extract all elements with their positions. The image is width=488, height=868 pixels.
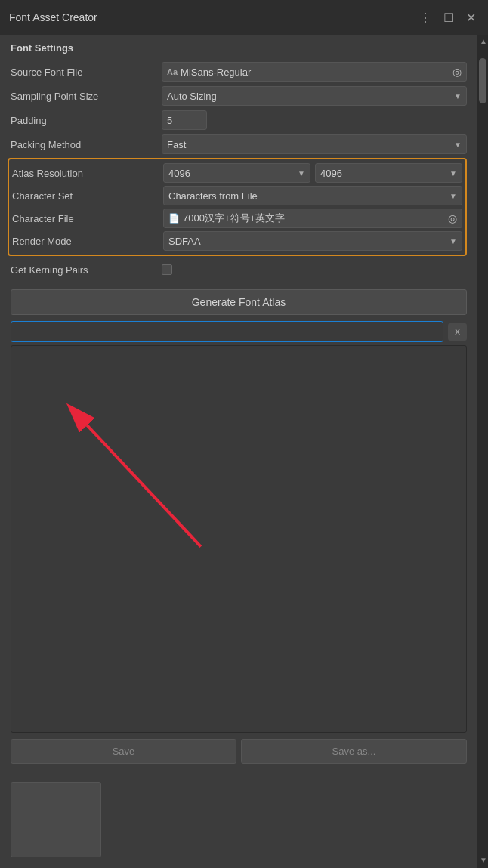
arrow-annotation — [11, 346, 466, 732]
character-set-dropdown[interactable]: Characters from File ▼ — [163, 186, 462, 205]
render-mode-value: SDFAA — [168, 236, 449, 247]
render-mode-control: SDFAA ▼ — [163, 231, 462, 251]
save-row: Save Save as... — [11, 739, 467, 764]
settings-panel: Font Settings Source Font File Aa MiSans… — [0, 35, 477, 777]
atlas-width-value: 4096 — [168, 168, 298, 179]
atlas-resolution-row: Atlas Resolution 4096 ▼ 4096 ▼ — [12, 162, 462, 184]
get-kerning-pairs-row: Get Kerning Pairs — [11, 259, 467, 280]
get-kerning-pairs-checkbox[interactable] — [162, 264, 172, 275]
source-font-file-control: Aa MiSans-Regular ◎ — [162, 62, 467, 82]
render-mode-arrow: ▼ — [449, 237, 457, 246]
search-clear-button[interactable]: X — [448, 323, 467, 341]
character-file-label: Character File — [12, 213, 163, 224]
atlas-height-dropdown[interactable]: 4096 ▼ — [315, 163, 462, 183]
source-font-file-value: MiSans-Regular — [181, 66, 452, 78]
window-title: Font Asset Creator — [9, 11, 416, 23]
sampling-point-size-label: Sampling Point Size — [11, 91, 162, 102]
get-kerning-pairs-label: Get Kerning Pairs — [11, 264, 162, 276]
atlas-resolution-label: Atlas Resolution — [12, 168, 163, 179]
atlas-width-arrow: ▼ — [298, 169, 305, 178]
scroll-up-arrow[interactable]: ▲ — [477, 35, 488, 48]
main-layout: Font Settings Source Font File Aa MiSans… — [0, 35, 488, 868]
maximize-icon[interactable]: ☐ — [440, 9, 457, 26]
source-font-target-icon[interactable]: ◎ — [452, 66, 462, 78]
sampling-point-size-control: Auto Sizing ▼ — [162, 86, 467, 106]
atlas-width-dropdown[interactable]: 4096 ▼ — [163, 163, 310, 183]
scrollbar-thumb[interactable] — [479, 58, 486, 103]
atlas-resolution-control: 4096 ▼ 4096 ▼ — [163, 163, 462, 183]
title-bar: Font Asset Creator ⋮ ☐ ✕ — [0, 0, 488, 35]
font-settings-title: Font Settings — [11, 42, 467, 54]
render-mode-label: Render Mode — [12, 236, 163, 247]
atlas-height-arrow: ▼ — [449, 169, 457, 178]
search-input[interactable] — [16, 326, 438, 338]
font-asset-creator-window: Font Asset Creator ⋮ ☐ ✕ Font Settings S… — [0, 0, 488, 868]
packing-method-control: Fast ▼ — [162, 134, 467, 154]
search-input-wrapper — [11, 321, 443, 342]
generate-font-atlas-button[interactable]: Generate Font Atlas — [11, 289, 467, 315]
get-kerning-pairs-control — [162, 264, 467, 275]
close-icon[interactable]: ✕ — [463, 9, 479, 26]
padding-control — [162, 110, 467, 130]
character-set-control: Characters from File ▼ — [163, 186, 462, 205]
aa-icon: Aa — [167, 67, 178, 76]
character-file-value: 7000汉字+符号+英文字 — [183, 212, 448, 225]
source-font-file-field[interactable]: Aa MiSans-Regular ◎ — [162, 62, 467, 82]
packing-method-label: Packing Method — [11, 139, 162, 150]
padding-label: Padding — [11, 115, 162, 126]
atlas-resolution-dropdowns: 4096 ▼ 4096 ▼ — [163, 163, 462, 183]
sampling-point-size-arrow: ▼ — [454, 92, 462, 100]
packing-method-dropdown[interactable]: Fast ▼ — [162, 134, 467, 154]
save-as-button[interactable]: Save as... — [241, 739, 467, 764]
sampling-point-size-row: Sampling Point Size Auto Sizing ▼ — [11, 85, 467, 107]
highlight-section: Atlas Resolution 4096 ▼ 4096 ▼ — [8, 158, 467, 256]
menu-icon[interactable]: ⋮ — [416, 9, 434, 26]
character-set-label: Character Set — [12, 190, 163, 202]
thumbnail — [11, 782, 101, 857]
packing-method-row: Packing Method Fast ▼ — [11, 134, 467, 155]
padding-input[interactable] — [162, 110, 207, 130]
source-font-file-row: Source Font File Aa MiSans-Regular ◎ — [11, 61, 467, 82]
character-file-row: Character File 📄 7000汉字+符号+英文字 ◎ — [12, 208, 462, 229]
packing-method-arrow: ▼ — [454, 141, 462, 149]
character-file-field[interactable]: 📄 7000汉字+符号+英文字 ◎ — [163, 209, 462, 228]
scrollbar: ▲ ▼ — [477, 35, 488, 868]
save-button[interactable]: Save — [11, 739, 236, 764]
render-mode-row: Render Mode SDFAA ▼ — [12, 230, 462, 252]
scroll-down-arrow[interactable]: ▼ — [477, 854, 488, 866]
char-file-icon: 📄 — [168, 213, 180, 224]
padding-row: Padding — [11, 110, 467, 131]
sampling-point-size-dropdown[interactable]: Auto Sizing ▼ — [162, 86, 467, 106]
packing-method-value: Fast — [167, 139, 454, 150]
character-set-arrow: ▼ — [449, 192, 457, 200]
char-file-target-icon[interactable]: ◎ — [448, 212, 457, 224]
bottom-area — [0, 777, 477, 868]
content-area: Font Settings Source Font File Aa MiSans… — [0, 35, 477, 868]
character-set-value: Characters from File — [168, 190, 449, 202]
sampling-point-size-value: Auto Sizing — [167, 91, 454, 102]
preview-area — [11, 345, 467, 733]
character-file-control: 📄 7000汉字+符号+英文字 ◎ — [163, 209, 462, 228]
search-row: X — [11, 321, 467, 342]
render-mode-dropdown[interactable]: SDFAA ▼ — [163, 231, 462, 251]
title-bar-controls: ⋮ ☐ ✕ — [416, 9, 479, 26]
character-set-row: Character Set Characters from File ▼ — [12, 185, 462, 206]
atlas-height-value: 4096 — [320, 168, 449, 179]
svg-line-1 — [87, 425, 200, 547]
source-font-file-label: Source Font File — [11, 66, 162, 78]
